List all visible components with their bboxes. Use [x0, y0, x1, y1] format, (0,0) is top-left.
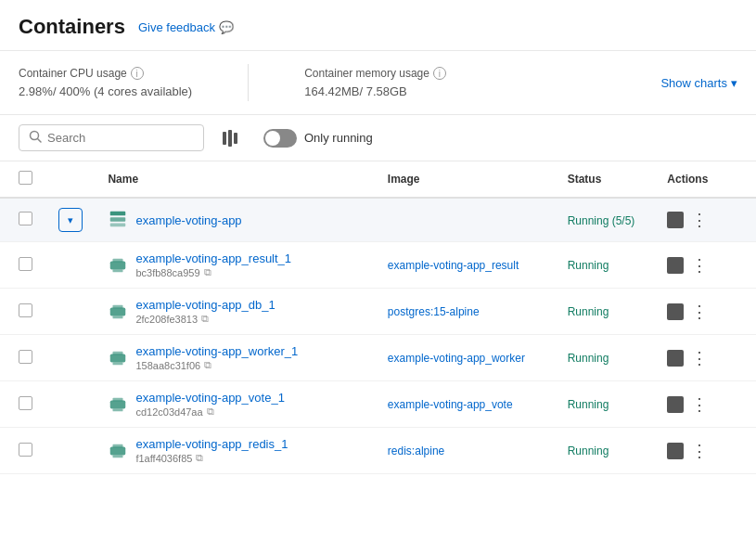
stop-button[interactable]	[667, 396, 684, 413]
svg-rect-14	[110, 400, 126, 408]
container-icon	[108, 394, 128, 415]
stop-button[interactable]	[667, 257, 684, 274]
group-row: ▾ example-voting-app	[0, 198, 756, 242]
memory-info-icon[interactable]: i	[433, 67, 446, 80]
group-stop-button[interactable]	[667, 212, 684, 228]
svg-rect-16	[113, 408, 123, 411]
svg-rect-3	[110, 217, 126, 222]
image-link[interactable]: redis:alpine	[388, 444, 444, 457]
search-icon	[29, 130, 42, 146]
name-column-header: Name	[96, 161, 376, 198]
more-button[interactable]: ⋮	[687, 439, 711, 463]
select-all-header	[0, 161, 47, 198]
container-name-link[interactable]: example-voting-app_result_1	[135, 251, 291, 265]
row-checkbox[interactable]	[19, 443, 32, 457]
svg-rect-18	[113, 444, 123, 447]
select-all-checkbox[interactable]	[19, 171, 32, 185]
stop-button[interactable]	[667, 303, 684, 320]
group-name-cell: example-voting-app	[96, 198, 376, 242]
copy-id-icon[interactable]: ⧉	[204, 266, 211, 278]
only-running-label: Only running	[304, 131, 373, 145]
container-name-link[interactable]: example-voting-app_worker_1	[135, 344, 298, 358]
columns-toggle-button[interactable]	[215, 125, 245, 151]
row-checkbox[interactable]	[19, 303, 32, 317]
cpu-stat: Container CPU usage i 2.98%/ 400% (4 cor…	[19, 67, 192, 98]
container-icon	[108, 441, 128, 461]
svg-rect-6	[113, 258, 123, 262]
status-badge: Running	[568, 305, 609, 318]
table-header-row: Name Image Status Actions	[0, 161, 756, 198]
container-icon	[108, 255, 128, 276]
chevron-down-icon: ▾	[68, 214, 73, 226]
feedback-link[interactable]: Give feedback 💬	[138, 20, 234, 34]
copy-id-icon[interactable]: ⧉	[204, 359, 211, 371]
group-name-link[interactable]: example-voting-app	[135, 213, 241, 227]
only-running-toggle-switch[interactable]	[263, 129, 297, 148]
memory-stat: Container memory usage i 164.42MB/ 7.58G…	[304, 67, 446, 98]
group-more-button[interactable]: ⋮	[687, 208, 711, 232]
row-checkbox[interactable]	[19, 396, 32, 410]
container-icon	[108, 302, 128, 322]
table-row: example-voting-app_result_1 bc3fb88ca959…	[0, 242, 756, 289]
status-badge: Running	[568, 444, 609, 457]
svg-rect-15	[113, 397, 123, 401]
table-row: example-voting-app_redis_1 f1aff4036f85 …	[0, 428, 756, 474]
group-actions-cell: ⋮	[656, 198, 756, 242]
toggle-thumb	[265, 131, 280, 146]
memory-label: Container memory usage i	[304, 67, 446, 80]
name-cell: example-voting-app_db_1 2fc208fe3813 ⧉	[96, 289, 376, 335]
container-name-link[interactable]: example-voting-app_db_1	[135, 298, 275, 312]
feedback-icon: 💬	[219, 20, 234, 34]
image-link[interactable]: example-voting-app_worker	[388, 352, 525, 365]
svg-rect-13	[113, 362, 123, 365]
containers-table: Name Image Status Actions	[0, 161, 756, 474]
svg-line-1	[38, 139, 42, 143]
table-row: example-voting-app_vote_1 cd12c03d47aa ⧉…	[0, 381, 756, 428]
status-badge: Running	[568, 398, 609, 411]
copy-id-icon[interactable]: ⧉	[201, 313, 209, 325]
svg-rect-9	[113, 304, 123, 308]
more-button[interactable]: ⋮	[687, 253, 711, 277]
cpu-value: 2.98%/ 400% (4 cores available)	[19, 83, 192, 98]
group-expand-button[interactable]: ▾	[58, 208, 83, 232]
group-checkbox[interactable]	[19, 212, 32, 225]
row-checkbox[interactable]	[19, 350, 32, 364]
cpu-info-icon[interactable]: i	[131, 67, 144, 80]
name-cell: example-voting-app_redis_1 f1aff4036f85 …	[96, 428, 376, 474]
show-charts-button[interactable]: Show charts ▾	[660, 76, 737, 90]
more-button[interactable]: ⋮	[687, 346, 711, 370]
page-header: Containers Give feedback 💬	[0, 0, 756, 51]
feedback-label: Give feedback	[138, 20, 215, 34]
stop-button[interactable]	[667, 443, 684, 459]
stats-bar: Container CPU usage i 2.98%/ 400% (4 cor…	[0, 51, 756, 115]
group-checkbox-cell	[0, 198, 47, 242]
copy-id-icon[interactable]: ⧉	[207, 406, 214, 418]
chevron-down-icon: ▾	[731, 76, 737, 90]
table-row: example-voting-app_worker_1 158aa8c31f06…	[0, 335, 756, 381]
container-name-link[interactable]: example-voting-app_redis_1	[135, 437, 288, 451]
more-button[interactable]: ⋮	[687, 300, 711, 324]
more-button[interactable]: ⋮	[687, 393, 711, 417]
search-box[interactable]	[19, 124, 204, 151]
toolbar: Only running	[0, 115, 756, 161]
image-link[interactable]: postgres:15-alpine	[388, 305, 480, 318]
row-checkbox[interactable]	[19, 257, 32, 271]
image-link[interactable]: example-voting-app_vote	[388, 398, 513, 411]
copy-id-icon[interactable]: ⧉	[196, 452, 203, 464]
image-column-header: Image	[377, 161, 557, 198]
svg-rect-7	[113, 269, 123, 272]
container-icon	[108, 348, 128, 368]
svg-rect-12	[113, 351, 123, 354]
search-input[interactable]	[47, 131, 194, 145]
container-name-link[interactable]: example-voting-app_vote_1	[135, 391, 284, 405]
name-cell: example-voting-app_worker_1 158aa8c31f06…	[96, 335, 376, 381]
name-cell: example-voting-app_vote_1 cd12c03d47aa ⧉	[96, 381, 376, 428]
image-link[interactable]: example-voting-app_result	[388, 259, 519, 272]
stop-button[interactable]	[667, 350, 684, 367]
memory-value: 164.42MB/ 7.58GB	[304, 83, 446, 98]
status-badge: Running	[568, 259, 609, 272]
only-running-toggle[interactable]: Only running	[263, 129, 373, 148]
table-row: example-voting-app_db_1 2fc208fe3813 ⧉ p…	[0, 289, 756, 335]
actions-column-header: Actions	[656, 161, 756, 198]
svg-rect-5	[110, 261, 126, 269]
